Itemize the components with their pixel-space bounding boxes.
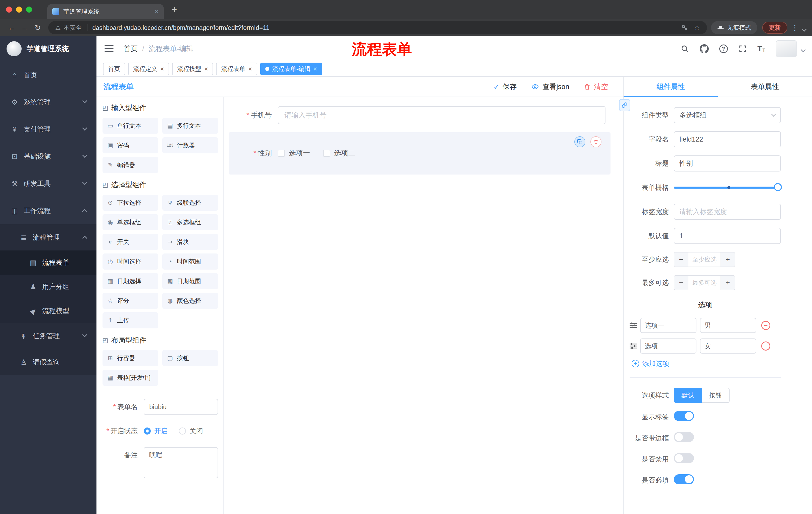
route-tab-process-form-edit[interactable]: 流程表单-编辑 × <box>260 63 322 75</box>
palette-item-date-picker[interactable]: ▦日期选择 <box>103 273 158 289</box>
forward-icon[interactable]: → <box>18 23 31 32</box>
new-tab-button[interactable]: + <box>168 3 181 16</box>
sidebar-item-system-management[interactable]: ⚙ 系统管理 <box>0 88 96 116</box>
remove-option-icon[interactable]: − <box>761 321 770 330</box>
minimize-window-button[interactable] <box>16 6 22 12</box>
palette-item-time-range[interactable]: ◔时间范围 <box>162 253 218 270</box>
remove-option-icon[interactable]: − <box>761 342 770 351</box>
increase-icon[interactable]: + <box>721 276 735 290</box>
update-button[interactable]: 更新 <box>762 22 787 34</box>
canvas-field-phone[interactable]: 手机号 <box>230 106 606 124</box>
component-type-select[interactable]: 多选框组 <box>674 107 781 123</box>
close-icon[interactable]: × <box>314 65 317 72</box>
browser-menu-icon[interactable]: ⋮ <box>791 24 799 32</box>
form-grid-slider[interactable] <box>674 180 781 196</box>
required-toggle[interactable] <box>674 474 694 484</box>
palette-item-checkbox-group[interactable]: ☑多选框组 <box>162 214 218 231</box>
form-remark-textarea[interactable]: 嘿嘿 <box>144 447 218 478</box>
palette-item-slider[interactable]: ⊸滑块 <box>162 234 218 250</box>
github-icon[interactable] <box>700 44 709 53</box>
sidebar-item-process-form[interactable]: ▤ 流程表单 <box>0 250 96 275</box>
fullscreen-icon[interactable] <box>738 45 747 53</box>
option1-value-input[interactable] <box>700 318 756 333</box>
gender-option1-checkbox[interactable]: 选项一 <box>278 148 310 158</box>
canvas-field-gender-selected[interactable]: 性别 选项一 选项二 <box>229 132 610 174</box>
clear-button[interactable]: 清空 <box>583 82 608 91</box>
zoom-window-button[interactable] <box>26 6 32 12</box>
disabled-toggle[interactable] <box>674 453 694 463</box>
incognito-badge[interactable]: 无痕模式 <box>711 21 757 34</box>
form-name-input[interactable] <box>144 399 218 415</box>
palette-item-single-line-text[interactable]: ▭单行文本 <box>103 118 158 134</box>
palette-item-button[interactable]: ▢按钮 <box>162 350 218 366</box>
address-bar[interactable]: ⚠ 不安全 dashboard.yudao.iocoder.cn/bpm/man… <box>48 21 707 34</box>
palette-item-time-picker[interactable]: ◷时间选择 <box>103 253 158 270</box>
style-button-button[interactable]: 按钮 <box>702 388 730 403</box>
chevron-down-icon[interactable] <box>801 47 806 52</box>
status-off-radio[interactable]: 关闭 <box>179 427 203 436</box>
sidebar-item-dev-tools[interactable]: ⚒ 研发工具 <box>0 170 96 197</box>
option2-label-input[interactable] <box>640 339 696 354</box>
sidebar-item-process-model[interactable]: ▶ 流程模型 <box>0 299 96 323</box>
palette-item-row-container[interactable]: ⊞行容器 <box>103 350 158 366</box>
title-input[interactable] <box>674 155 781 171</box>
min-select-input[interactable] <box>688 252 721 267</box>
sidebar-item-payment-management[interactable]: ¥ 支付管理 <box>0 116 96 143</box>
drag-handle-icon[interactable] <box>630 322 637 328</box>
palette-item-upload[interactable]: ↥上传 <box>103 312 158 328</box>
option1-label-input[interactable] <box>640 318 696 333</box>
font-size-icon[interactable]: TT <box>757 45 765 53</box>
close-icon[interactable]: × <box>248 65 252 72</box>
default-value-input[interactable] <box>674 228 781 244</box>
help-icon[interactable]: ? <box>719 45 728 53</box>
tab-form-props[interactable]: 表单属性 <box>718 77 812 97</box>
add-option-button[interactable]: + 添加选项 <box>632 359 781 368</box>
border-toggle[interactable] <box>674 432 694 442</box>
close-window-button[interactable] <box>6 6 12 12</box>
palette-item-rate[interactable]: ☆评分 <box>103 293 158 309</box>
link-icon[interactable] <box>619 99 630 111</box>
decrease-icon[interactable]: − <box>674 252 688 267</box>
close-icon[interactable]: × <box>160 65 164 72</box>
tab-component-props[interactable]: 组件属性 <box>624 77 718 97</box>
max-select-input[interactable] <box>688 276 721 290</box>
palette-item-select[interactable]: ⊙下拉选择 <box>103 195 158 211</box>
route-tab-process-form[interactable]: 流程表单 × <box>216 63 257 75</box>
sidebar-item-task-management[interactable]: ⋔ 任务管理 <box>0 323 96 349</box>
save-button[interactable]: ✓ 保存 <box>493 82 517 91</box>
route-tab-process-model[interactable]: 流程模型 × <box>172 63 213 75</box>
search-icon[interactable] <box>680 45 689 53</box>
back-icon[interactable]: ← <box>5 23 18 32</box>
style-default-button[interactable]: 默认 <box>674 388 702 403</box>
bookmark-star-icon[interactable]: ☆ <box>694 24 700 32</box>
sidebar-item-user-group[interactable]: ♟ 用户分组 <box>0 275 96 299</box>
reload-icon[interactable]: ↻ <box>31 23 44 32</box>
palette-item-table[interactable]: ▦表格[开发中] <box>103 370 158 386</box>
field-name-input[interactable] <box>674 131 781 147</box>
tab-close-icon[interactable]: × <box>155 8 159 15</box>
decrease-icon[interactable]: − <box>674 276 688 290</box>
sidebar-item-process-management[interactable]: ≣ 流程管理 <box>0 224 96 250</box>
collapse-sidebar-icon[interactable] <box>105 45 114 52</box>
view-json-button[interactable]: 查看json <box>531 82 569 91</box>
phone-input[interactable] <box>278 106 606 124</box>
palette-item-radio-group[interactable]: ◉单选框组 <box>103 214 158 231</box>
sidebar-logo[interactable]: 芋道管理系统 <box>0 36 96 61</box>
palette-item-color-picker[interactable]: ◍颜色选择 <box>162 293 218 309</box>
copy-field-button[interactable] <box>574 136 585 147</box>
increase-icon[interactable]: + <box>721 252 735 267</box>
drag-handle-icon[interactable] <box>630 343 637 349</box>
sidebar-item-home[interactable]: ⌂ 首页 <box>0 61 96 88</box>
close-icon[interactable]: × <box>204 65 208 72</box>
browser-tab[interactable]: 芋道管理系统 × <box>47 4 164 19</box>
palette-item-counter[interactable]: 123计数器 <box>162 137 218 154</box>
route-tab-process-definition[interactable]: 流程定义 × <box>128 63 169 75</box>
palette-item-password[interactable]: ▣密码 <box>103 137 158 154</box>
label-width-input[interactable] <box>674 204 781 220</box>
palette-item-switch[interactable]: ◐开关 <box>103 234 158 250</box>
show-label-toggle[interactable] <box>674 411 694 421</box>
sidebar-item-leave-query[interactable]: ♙ 请假查询 <box>0 349 96 375</box>
palette-item-multi-line-text[interactable]: ▤多行文本 <box>162 118 218 134</box>
palette-item-cascader[interactable]: ⋔级联选择 <box>162 195 218 211</box>
password-key-icon[interactable] <box>681 24 688 31</box>
